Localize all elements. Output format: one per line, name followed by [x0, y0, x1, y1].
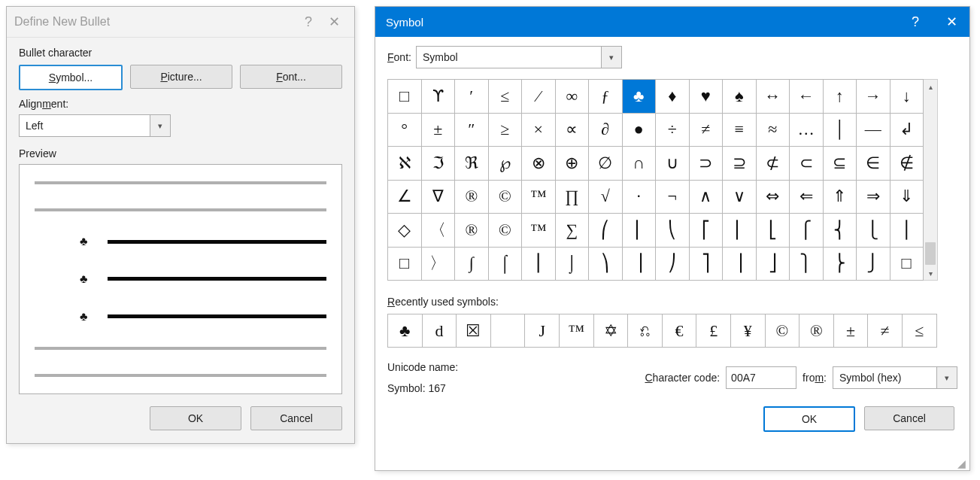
symbol-cell[interactable]: ⎤ [690, 248, 724, 281]
symbol-cell[interactable]: ⌡ [556, 248, 590, 281]
symbol-cell[interactable]: ♦ [656, 80, 690, 114]
symbol-cell[interactable]: ← [790, 80, 824, 114]
recent-symbol-cell[interactable]: J [525, 314, 560, 348]
symbol-cell[interactable]: ƒ [589, 80, 623, 114]
symbol-cell[interactable]: × [522, 114, 556, 147]
symbol-cell[interactable]: ™ [522, 181, 556, 214]
picture-button[interactable]: Picture... [130, 65, 232, 89]
recent-symbol-cell[interactable]: ™ [560, 314, 594, 348]
symbol-cell[interactable]: ∇ [422, 181, 456, 214]
symbol-cell[interactable]: ⇓ [890, 181, 924, 214]
symbol-cell[interactable]: → [857, 80, 890, 114]
symbol-cell[interactable]: ∞ [556, 80, 590, 114]
symbol-cell[interactable]: ∪ [656, 147, 690, 181]
symbol-cell[interactable]: ⇑ [824, 181, 857, 214]
scroll-up-icon[interactable]: ▴ [924, 80, 937, 93]
help-icon[interactable]: ? [296, 11, 321, 33]
symbol-cell[interactable]: ⇐ [790, 181, 824, 214]
close-icon[interactable]: ✕ [933, 7, 969, 37]
symbol-cell[interactable]: ∏ [556, 181, 590, 214]
help-icon[interactable]: ? [897, 7, 933, 37]
symbol-cell[interactable]: ⎢ [723, 214, 757, 248]
symbol-cell[interactable]: ∉ [890, 147, 924, 181]
symbol-cell[interactable]: ≠ [690, 114, 724, 147]
symbol-cell[interactable]: ♠ [723, 80, 757, 114]
symbol-cell[interactable]: 〉 [422, 248, 456, 281]
symbol-cell[interactable]: ® [455, 181, 489, 214]
recent-symbol-cell[interactable]: ☒ [457, 314, 491, 348]
symbol-cell[interactable]: ≥ [489, 114, 523, 147]
ok-button[interactable]: OK [150, 406, 241, 430]
chevron-down-icon[interactable]: ▾ [150, 115, 170, 136]
symbol-cell[interactable]: ♥ [690, 80, 724, 114]
symbol-cell[interactable]: ∑ [556, 214, 590, 248]
recent-symbol-cell[interactable]: ≤ [903, 314, 937, 348]
symbol-cell[interactable]: ⎦ [757, 248, 790, 281]
symbol-cell[interactable]: □ [388, 80, 422, 114]
symbol-cell[interactable]: ⎫ [790, 248, 824, 281]
symbol-cell[interactable]: □ [388, 248, 422, 281]
symbol-cell[interactable]: ℑ [422, 147, 456, 181]
symbol-cell[interactable]: □ [890, 248, 924, 281]
symbol-cell[interactable]: ● [623, 114, 657, 147]
symbol-cell[interactable]: ∅ [589, 147, 623, 181]
chevron-down-icon[interactable]: ▾ [936, 367, 957, 388]
symbol-cell[interactable]: ⎛ [589, 214, 623, 248]
symbol-cell[interactable]: ⎣ [757, 214, 790, 248]
symbol-grid-scrollbar[interactable]: ▴ ▾ [924, 79, 938, 281]
chevron-down-icon[interactable]: ▾ [601, 47, 621, 68]
symbol-cell[interactable]: ⇒ [857, 181, 890, 214]
symbol-cell[interactable]: ◇ [388, 214, 422, 248]
scroll-down-icon[interactable]: ▾ [924, 266, 937, 280]
ok-button[interactable]: OK [763, 406, 855, 432]
symbol-cell[interactable]: ⎡ [690, 214, 724, 248]
symbol-cell[interactable]: ⎠ [656, 248, 690, 281]
symbol-cell[interactable]: © [489, 181, 523, 214]
symbol-cell[interactable]: ° [388, 114, 422, 147]
recent-symbol-cell[interactable] [491, 314, 526, 348]
symbol-cell[interactable]: ⊄ [757, 147, 790, 181]
symbol-cell[interactable]: ⎨ [824, 214, 857, 248]
recent-symbol-cell[interactable]: d [423, 314, 457, 348]
symbol-cell[interactable]: ⁄ [522, 80, 556, 114]
symbol-cell[interactable]: ⎬ [824, 248, 857, 281]
scroll-track[interactable] [924, 93, 937, 266]
symbol-cell[interactable]: ℘ [489, 147, 523, 181]
recent-symbol-cell[interactable]: ♣ [388, 314, 423, 348]
symbol-cell[interactable]: ≈ [757, 114, 790, 147]
symbol-cell[interactable]: √ [589, 181, 623, 214]
symbol-cell[interactable]: ⎪ [890, 214, 924, 248]
symbol-cell[interactable]: ⎭ [857, 248, 890, 281]
recent-symbol-cell[interactable]: ± [834, 314, 869, 348]
symbol-cell[interactable]: 〈 [422, 214, 456, 248]
symbol-cell[interactable]: ∂ [589, 114, 623, 147]
symbol-cell[interactable]: ÷ [656, 114, 690, 147]
symbol-cell[interactable]: ∝ [556, 114, 590, 147]
symbol-cell[interactable]: ℵ [388, 147, 422, 181]
symbol-cell[interactable]: ⎟ [623, 248, 657, 281]
recent-symbol-cell[interactable]: ✡ [594, 314, 629, 348]
symbol-button[interactable]: Symbol... [19, 65, 123, 90]
symbol-cell[interactable]: ″ [455, 114, 489, 147]
symbol-cell[interactable]: © [489, 214, 523, 248]
symbol-cell[interactable]: ™ [522, 214, 556, 248]
symbol-cell[interactable]: ♣ [623, 80, 657, 114]
symbol-cell[interactable]: ⎜ [623, 214, 657, 248]
symbol-cell[interactable]: ⊕ [556, 147, 590, 181]
symbol-cell[interactable]: ≡ [723, 114, 757, 147]
symbol-cell[interactable]: ⇔ [757, 181, 790, 214]
symbol-cell[interactable]: ⌠ [489, 248, 523, 281]
symbol-cell[interactable]: ⎧ [790, 214, 824, 248]
symbol-cell[interactable]: ∧ [690, 181, 724, 214]
symbol-cell[interactable]: ↑ [824, 80, 857, 114]
symbol-cell[interactable]: ∨ [723, 181, 757, 214]
recent-symbol-cell[interactable]: ® [799, 314, 834, 348]
symbol-cell[interactable]: ↓ [890, 80, 924, 114]
symbol-cell[interactable]: ⎝ [656, 214, 690, 248]
cancel-button[interactable]: Cancel [250, 406, 342, 430]
recent-symbol-cell[interactable]: © [766, 314, 800, 348]
symbol-cell[interactable]: ⊆ [824, 147, 857, 181]
symbol-cell[interactable]: ↲ [890, 114, 924, 147]
font-button[interactable]: Font... [240, 65, 342, 89]
cancel-button[interactable]: Cancel [864, 406, 954, 430]
